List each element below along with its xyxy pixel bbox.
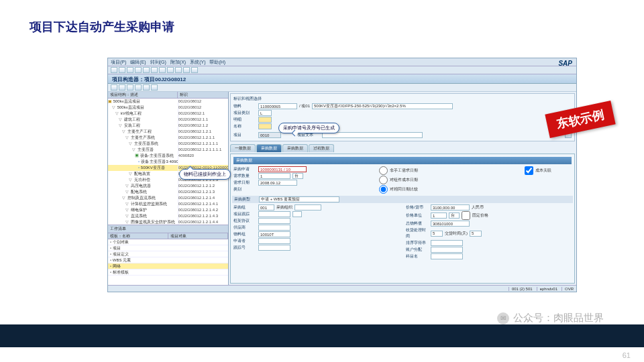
prev-page-button[interactable] <box>167 67 174 73</box>
menu-goto[interactable]: 转到(G) <box>150 59 166 66</box>
callout-material: 物料已挂接到作业上 <box>179 169 231 180</box>
save-button[interactable] <box>111 67 117 73</box>
priceunit-field[interactable]: 1 <box>431 213 447 219</box>
chk4-label: 成本关联 <box>535 168 551 174</box>
left-panel: 项目结构：描述 标识 ▣ 500kv直流项目00J2G08012▽ 500kv直… <box>108 92 229 285</box>
cancel-button[interactable] <box>135 67 142 73</box>
lead2-field[interactable]: 5 <box>470 231 482 237</box>
app-btn-6[interactable] <box>151 84 158 90</box>
agree-field[interactable] <box>258 218 290 224</box>
opt-same-date[interactable] <box>379 185 388 194</box>
ident-title: 标识和视图选择 <box>233 96 572 102</box>
next-page-button[interactable] <box>175 67 182 73</box>
type-field[interactable]: L <box>258 110 272 116</box>
tab-purchase[interactable]: 采购数据 <box>256 144 282 152</box>
tab-purchase2[interactable]: 采购数据 <box>282 144 308 152</box>
menu-project[interactable]: 项目(P) <box>111 59 126 66</box>
app-btn-5[interactable] <box>143 84 150 90</box>
right-panel: 标识和视图选择 物料 110000065 / 项01 500KV变压器/ODFP… <box>229 92 576 285</box>
ptype-field[interactable]: 申请 + WBS 要素预留 <box>259 196 339 202</box>
chk1-label: 非手工需求日期 <box>390 168 418 174</box>
exit-button[interactable] <box>127 67 133 73</box>
task-panel: 工作清单 模板：名称 项目对象 ▫ 个别对象▫ 项目▫ 项目定义▫ WBS 元素… <box>108 225 228 285</box>
pr-label: 采购申请 <box>233 166 256 172</box>
total-field[interactable]: 308101000 <box>431 221 470 227</box>
tasks-header: 模板：名称 项目对象 <box>108 233 228 239</box>
opt-manual-date[interactable] <box>379 166 388 175</box>
qty-field[interactable]: 1 <box>258 173 290 179</box>
pr-field[interactable]: 1000000131 / 10 <box>258 166 307 172</box>
help-button[interactable] <box>191 67 198 73</box>
menu-help[interactable]: 帮助(H) <box>209 59 225 66</box>
cat-label: 类别 <box>233 186 256 192</box>
tasks-hdr-2: 项目对象 <box>168 233 229 239</box>
unit-field[interactable]: 台 <box>292 173 303 179</box>
date-field[interactable]: 2008.09.12 <box>258 180 297 186</box>
last-page-button[interactable] <box>183 67 190 73</box>
app-btn-4[interactable] <box>135 84 142 90</box>
chk-cost-rel[interactable] <box>525 166 533 175</box>
back-button[interactable] <box>119 67 125 73</box>
price-field[interactable]: 3100,000.00 <box>431 204 470 210</box>
tab-strip: 一般数据 采购数据 采购数据 过程数据 <box>230 144 575 152</box>
footer-bar <box>0 324 644 347</box>
item-label: 项目 <box>233 132 256 138</box>
grp-label: 采购组 <box>233 204 256 210</box>
track2-label: 跟踪号 <box>233 245 256 251</box>
grp-field[interactable]: 001 <box>258 204 274 210</box>
project-tree[interactable]: ▣ 500kv直流项目00J2G08012▽ 500kv直流项目00J2G080… <box>108 99 228 225</box>
page-number: 61 <box>623 351 631 359</box>
sort-field[interactable] <box>431 240 463 246</box>
menu-extras[interactable]: 附加(X) <box>170 59 186 66</box>
chk2-label: 对组件成本日期 <box>390 177 418 183</box>
purchase-header: 采购数据 <box>233 157 572 164</box>
qty-label: 需求数量 <box>233 173 256 179</box>
app-btn-1[interactable] <box>111 84 117 90</box>
app-btn-2[interactable] <box>119 84 125 90</box>
material-field[interactable]: 110000065 <box>258 103 297 109</box>
item-field[interactable]: 0010 <box>258 132 281 138</box>
tab-process[interactable]: 过程数据 <box>309 144 334 152</box>
print-button[interactable] <box>143 67 150 73</box>
opt-comp-cost-date[interactable] <box>379 176 388 184</box>
menu-system[interactable]: 系统(Y) <box>190 59 205 66</box>
track2-field[interactable] <box>258 245 290 251</box>
agree-label: 框架协议 <box>233 218 256 224</box>
worklist-title: 工作清单 <box>108 225 228 233</box>
track-label: 项目跟踪 <box>233 211 256 217</box>
material-desc-field[interactable]: 500KV变压器/ODFPS-250-525/√3(230)/√3±2×2.5% <box>312 103 453 109</box>
vendor-label: 供应商 <box>233 225 256 231</box>
tree-hdr-desc: 项目结构：描述 <box>108 92 178 98</box>
acct-field[interactable] <box>431 247 463 253</box>
ref-field[interactable] <box>258 238 290 244</box>
find-button[interactable] <box>151 67 158 73</box>
name-field[interactable] <box>258 123 272 129</box>
track-field[interactable] <box>258 211 290 217</box>
acct2-field[interactable] <box>431 253 463 259</box>
menu-edit[interactable]: 编辑(E) <box>130 59 146 66</box>
grp2-label: 采购组织 <box>276 204 292 210</box>
ledger-field[interactable] <box>258 117 272 123</box>
curr-label: 人民币 <box>472 204 484 210</box>
acct2-label: 科目名 <box>406 253 429 259</box>
lead-label: 收货处理时间 <box>406 227 429 239</box>
material-label: 物料 <box>233 103 256 109</box>
mgroup-field[interactable]: 10010T <box>258 231 290 237</box>
wechat-watermark: ✉ 公众号：肉眼品世界 <box>497 312 604 324</box>
lead-field[interactable]: 5 <box>431 231 443 237</box>
toolbar-app <box>108 84 576 92</box>
chk-fixed-price[interactable] <box>462 211 470 220</box>
first-page-button[interactable] <box>159 67 166 73</box>
tab-general[interactable]: 一般数据 <box>230 144 256 152</box>
track-unit[interactable] <box>292 211 302 217</box>
vendor-field[interactable] <box>258 225 290 231</box>
app-btn-3[interactable] <box>127 84 133 90</box>
sap-window: 项目(P) 编辑(E) 转到(G) 附加(X) 系统(Y) 帮助(H) SAP … <box>107 58 577 292</box>
grp2-field[interactable] <box>294 204 321 210</box>
chk5-label: 固定价格 <box>472 213 488 219</box>
priceunit2-field[interactable]: 台 <box>449 213 460 219</box>
callout-pr: 采购申请号及序号已生成 <box>278 123 339 133</box>
chk3-label: 对相同日期比较 <box>390 186 418 192</box>
itemtext-field[interactable] <box>322 132 423 138</box>
date-label: 需求日期 <box>233 180 256 186</box>
